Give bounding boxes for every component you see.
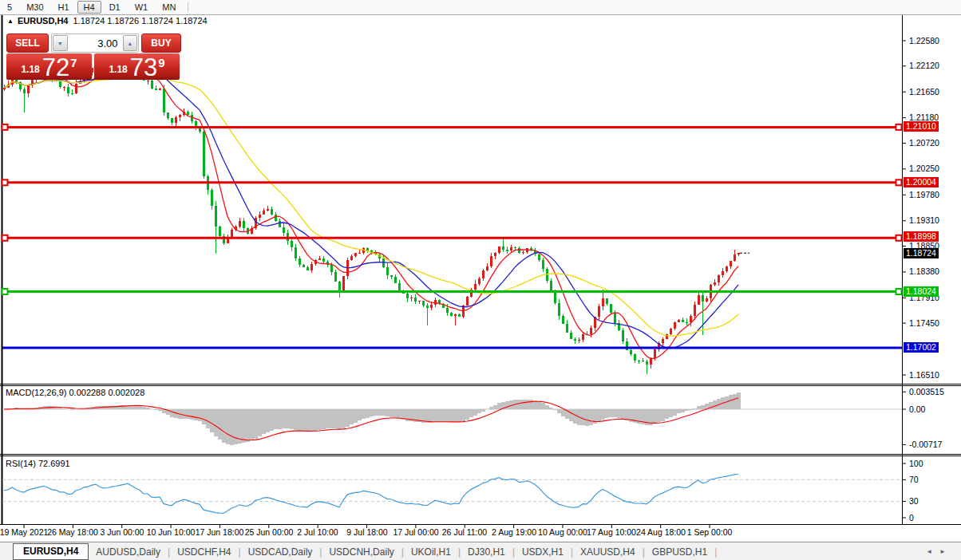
tab-usdchf-h4[interactable]: USDCHF,H4 xyxy=(170,544,238,560)
buy-price-panel[interactable]: 1.18739 xyxy=(94,53,180,80)
time-label-12: 10 Aug 00:00 xyxy=(538,527,587,537)
rsi-axis-70: 70 xyxy=(909,475,919,484)
level-price-label-1.17002: 1.17002 xyxy=(904,342,939,353)
rsi-axis-30: 30 xyxy=(909,496,919,506)
sell-button[interactable]: SELL xyxy=(6,34,49,53)
time-label-8: 9 Jul 18:00 xyxy=(346,527,387,537)
time-label-13: 17 Aug 10:00 xyxy=(587,527,636,537)
chart-title: ▲EURUSD,H41.18724 1.18726 1.18724 1.1872… xyxy=(7,16,208,26)
level-anchor[interactable] xyxy=(2,179,8,185)
price-tick-1.20720: 1.20720 xyxy=(909,138,939,148)
macd-histogram xyxy=(10,392,741,444)
level-anchor[interactable] xyxy=(2,289,8,294)
ma-28-line xyxy=(4,75,738,336)
sell-price-pips: 72 xyxy=(42,56,69,79)
level-price-label-1.20004: 1.20004 xyxy=(904,177,939,187)
tab-audusd-daily[interactable]: AUDUSD,Daily xyxy=(89,544,168,560)
current-price-label: 1.18724 xyxy=(904,248,939,258)
level-price-label-1.21010: 1.21010 xyxy=(904,121,939,132)
price-tick-1.18380: 1.18380 xyxy=(909,266,939,276)
rsi-axis-0: 0 xyxy=(909,513,914,523)
time-label-11: 2 Aug 19:00 xyxy=(492,527,536,537)
sell-price-panel[interactable]: 1.18727 xyxy=(6,53,92,80)
tab-eurusd-h4[interactable]: EURUSD,H4 xyxy=(13,543,89,560)
chart-symbol-label: EURUSD,H4 xyxy=(18,16,69,26)
ma-7-line xyxy=(4,66,738,358)
rsi-indicator-label: RSI(14) 72.6991 xyxy=(6,459,70,468)
price-tick-1.20250: 1.20250 xyxy=(909,164,939,173)
macd-axis-0.003515: 0.003515 xyxy=(909,387,944,396)
time-label-4: 10 Jun 10:00 xyxy=(147,527,196,537)
price-tick-1.21650: 1.21650 xyxy=(909,87,939,97)
level-price-label-1.18998: 1.18998 xyxy=(904,231,939,242)
trading-terminal: 5M30H1H4D1W1MN ▲EURUSD,H41.18724 1.18726… xyxy=(0,0,961,560)
tabs-scroll-right-button[interactable]: ► xyxy=(939,548,953,555)
level-anchor[interactable] xyxy=(2,235,8,241)
one-click-trading-widget: SELL ▼ ▲ BUY 1.18727 1.18739 xyxy=(6,34,180,80)
tab-ukoil-h1[interactable]: UKOil,H1 xyxy=(404,544,458,560)
price-tick-1.22580: 1.22580 xyxy=(909,36,939,45)
time-label-7: 2 Jul 10:00 xyxy=(297,527,338,537)
macd-axis--0.00717: -0.00717 xyxy=(909,440,942,449)
tab-xauusd-h4[interactable]: XAUUSD,H4 xyxy=(573,544,643,560)
level-anchor[interactable] xyxy=(896,235,902,241)
sell-price-prefix: 1.18 xyxy=(21,64,39,75)
price-tick-1.19780: 1.19780 xyxy=(909,190,939,199)
buy-price-point: 9 xyxy=(158,56,164,69)
arrow-down-icon: ▼ xyxy=(57,41,63,46)
tab-gbpusd-h1[interactable]: GBPUSD,H1 xyxy=(645,544,714,560)
tab-dj30-h1[interactable]: DJ30,H1 xyxy=(461,544,512,560)
chart-collapse-icon: ▲ xyxy=(7,18,14,25)
volume-decrease-button[interactable]: ▼ xyxy=(53,35,68,51)
level-anchor[interactable] xyxy=(896,179,902,185)
price-tick-1.22120: 1.22120 xyxy=(909,61,939,70)
level-anchor[interactable] xyxy=(2,124,8,130)
time-label-14: 24 Aug 18:00 xyxy=(636,527,686,537)
price-tick-1.19310: 1.19310 xyxy=(909,215,939,225)
time-label-2: 26 May 18:00 xyxy=(47,527,98,537)
tab-separator: | xyxy=(714,546,717,558)
symbol-tab-bar: EURUSD,H4AUDUSD,Daily|USDCHF,H4|USDCAD,D… xyxy=(0,542,961,560)
tabs-scroll-left-button[interactable]: ◄ xyxy=(926,548,939,555)
chart-canvas[interactable] xyxy=(0,0,961,560)
level-anchor[interactable] xyxy=(896,124,902,130)
buy-price-pips: 73 xyxy=(130,56,157,79)
volume-increase-button[interactable]: ▲ xyxy=(123,35,138,51)
rsi-axis-100: 100 xyxy=(909,459,923,468)
time-label-1: 19 May 2021 xyxy=(0,527,48,537)
level-price-label-1.18024: 1.18024 xyxy=(904,286,939,297)
time-label-6: 25 Jun 00:00 xyxy=(245,527,294,537)
time-label-5: 17 Jun 18:00 xyxy=(196,527,244,537)
volume-input[interactable] xyxy=(69,34,122,52)
time-label-10: 26 Jul 11:00 xyxy=(442,527,487,537)
price-tick-1.16510: 1.16510 xyxy=(909,370,939,380)
price-tick-1.17450: 1.17450 xyxy=(909,318,939,328)
tab-usdcnh-daily[interactable]: USDCNH,Daily xyxy=(322,544,401,560)
arrow-up-icon: ▲ xyxy=(127,41,132,46)
level-anchor[interactable] xyxy=(896,289,902,294)
candlesticks xyxy=(3,58,740,374)
volume-spinner: ▼ ▲ xyxy=(51,34,139,53)
macd-axis-0.00: 0.00 xyxy=(909,404,925,414)
buy-button[interactable]: BUY xyxy=(141,34,181,53)
chart-ohlc-values: 1.18724 1.18726 1.18724 1.18724 xyxy=(73,16,208,26)
macd-indicator-label: MACD(12,26,9) 0.002288 0.002028 xyxy=(6,388,144,397)
sell-price-point: 7 xyxy=(70,56,77,69)
time-label-3: 3 Jun 00:00 xyxy=(101,527,144,537)
tab-usdx-h1[interactable]: USDX,H1 xyxy=(515,544,571,560)
buy-price-prefix: 1.18 xyxy=(109,64,127,75)
time-label-15: 1 Sep 00:00 xyxy=(687,527,733,537)
time-label-9: 17 Jul 00:00 xyxy=(393,527,438,537)
tab-usdcad-daily[interactable]: USDCAD,Daily xyxy=(241,544,320,560)
